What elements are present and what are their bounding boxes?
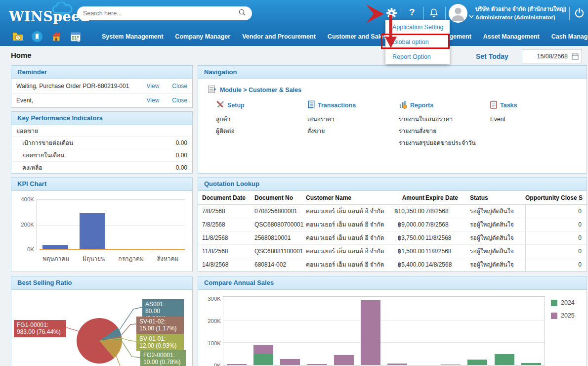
y-tick: 400K bbox=[13, 196, 34, 202]
bar-2024[interactable] bbox=[521, 363, 541, 365]
user-company-block[interactable]: บริษัท ตัวอย่าง จำกัด (สำนักงานใหญ่) Adm… bbox=[475, 5, 566, 22]
reports-icon bbox=[399, 100, 407, 110]
nav-item[interactable]: รายงานสรุปยอดขายประจำวัน bbox=[399, 137, 490, 149]
transactions-label: Transactions bbox=[318, 102, 356, 109]
reports-label: Reports bbox=[410, 102, 433, 109]
column-header: Status bbox=[470, 191, 525, 204]
bar-2025[interactable] bbox=[387, 364, 407, 365]
table-cell: รอผู้ใหญ่ตัดสินใจ bbox=[470, 218, 525, 231]
module-breadcrumb[interactable]: Module > Customer & Sales bbox=[198, 79, 587, 96]
nav-item[interactable]: ผู้ติดต่อ bbox=[216, 125, 307, 137]
menu-item-cash-management[interactable]: Cash Management bbox=[546, 33, 588, 40]
avatar[interactable] bbox=[449, 4, 467, 23]
table-row[interactable]: 11/8/256825680810001คอนเวเยอร์ เอ็ม แอนด… bbox=[198, 231, 587, 245]
bar-2024[interactable] bbox=[467, 360, 487, 365]
kpi-chart-plot bbox=[36, 199, 185, 250]
nav-col-reports: Reports รายงานใบเสนอราคารายงานสั่งขายราย… bbox=[399, 100, 490, 149]
view-link[interactable]: View bbox=[147, 97, 160, 104]
menu-item-asset-management[interactable]: Asset Management bbox=[477, 33, 546, 40]
legend-item: 2025 bbox=[551, 312, 575, 319]
reports-header[interactable]: Reports bbox=[399, 100, 490, 110]
table-cell: 11/8/2568 bbox=[202, 231, 254, 244]
table-row[interactable]: 14/8/2568680814-002คอนเวเยอร์ เอ็ม แอนด์… bbox=[198, 258, 587, 272]
tasks-icon bbox=[490, 100, 497, 110]
table-cell: คอนเวเยอร์ เอ็ม แอนด์ อี จำกัด bbox=[306, 231, 391, 244]
bookmark-icon[interactable] bbox=[31, 31, 43, 43]
gear-icon[interactable] bbox=[386, 7, 397, 21]
transactions-header[interactable]: Transactions bbox=[307, 100, 399, 110]
menu-item-system-management[interactable]: System Management bbox=[96, 33, 169, 40]
reminder-panel: Reminder Waiting, Purchase Order POR-680… bbox=[11, 65, 193, 108]
nav-item[interactable]: สั่งขาย bbox=[307, 125, 399, 137]
legend-label: 2025 bbox=[561, 312, 575, 319]
chevron-down-icon[interactable] bbox=[469, 11, 474, 20]
bell-icon[interactable] bbox=[428, 7, 439, 21]
date-calendar-icon[interactable] bbox=[572, 53, 579, 62]
close-link[interactable]: Close bbox=[172, 83, 187, 90]
menu-item-company-manager[interactable]: Company Manager bbox=[169, 33, 236, 40]
dropdown-item-application-setting[interactable]: Application Setting bbox=[385, 20, 450, 35]
power-icon[interactable] bbox=[574, 7, 585, 21]
nav-item[interactable]: ลูกค้า bbox=[216, 113, 307, 125]
kpi-bar[interactable] bbox=[80, 213, 105, 250]
y-tick: 0K bbox=[201, 363, 221, 366]
search-bar[interactable] bbox=[77, 6, 252, 20]
bar-2024[interactable] bbox=[495, 354, 514, 365]
pie-label: SV-01-01: 12.00 (0.93%) bbox=[136, 334, 184, 351]
search-icon[interactable] bbox=[238, 8, 246, 18]
table-row[interactable]: 7/8/2568QSC68080700001คอนเวเยอร์ เอ็ม แอ… bbox=[198, 218, 587, 231]
bar-2025[interactable] bbox=[307, 364, 327, 365]
setup-label: Setup bbox=[227, 102, 245, 109]
table-row[interactable]: 7/8/25680708256800001คอนเวเยอร์ เอ็ม แอน… bbox=[198, 205, 587, 218]
bar-2025[interactable] bbox=[227, 364, 247, 365]
home-icon[interactable] bbox=[50, 31, 62, 43]
table-cell: ฿1,500.00 bbox=[391, 245, 425, 258]
page-title: Home bbox=[11, 51, 32, 59]
kpi-chart-xlabels: พฤษภาคมมิถุนายนกรกฎาคมสิงหาคม bbox=[36, 254, 185, 263]
bar-2025[interactable] bbox=[253, 345, 273, 353]
menu-item-customer-and-sales[interactable]: Customer and Sales bbox=[322, 33, 393, 40]
nav-item[interactable]: รายงานสั่งขาย bbox=[399, 125, 490, 137]
app-logo[interactable]: WINSpeed bbox=[9, 5, 76, 26]
navigation-panel: Navigation Module > Customer & Sales Set… bbox=[198, 65, 587, 174]
table-cell: 0708256800001 bbox=[254, 205, 306, 218]
close-link[interactable]: Close bbox=[172, 97, 187, 104]
y-tick: 200K bbox=[201, 318, 221, 324]
table-row[interactable]: 11/8/2568QSC68081100001คอนเวเยอร์ เอ็ม แ… bbox=[198, 245, 587, 258]
date-field[interactable] bbox=[522, 49, 582, 63]
pie-chart[interactable] bbox=[77, 318, 122, 364]
table-cell: 11/8/2568 bbox=[425, 231, 470, 244]
table-cell: รอผู้ใหญ่ตัดสินใจ bbox=[470, 258, 525, 271]
kpi-bar-slot bbox=[117, 200, 142, 250]
nav-item[interactable]: รายงานใบเสนอราคา bbox=[399, 113, 490, 125]
calendar-icon[interactable] bbox=[70, 31, 82, 43]
compare-sales-title: Compare Annual Sales bbox=[198, 276, 587, 290]
module-icon bbox=[208, 86, 216, 94]
transactions-icon bbox=[307, 100, 315, 110]
table-cell: 0 bbox=[525, 245, 583, 258]
nav-item[interactable]: เสนอราคา bbox=[307, 113, 399, 125]
bar-2025[interactable] bbox=[361, 300, 380, 365]
bar-2024[interactable] bbox=[253, 354, 273, 365]
bar-group bbox=[495, 297, 514, 365]
table-cell: 11/8/2568 bbox=[202, 245, 254, 258]
header-divider bbox=[423, 7, 424, 20]
nav-item[interactable]: Event bbox=[490, 113, 582, 125]
best-selling-panel: Best Selling Ratio FG1-00001: 983.00 (76… bbox=[11, 276, 193, 366]
help-icon[interactable]: ? bbox=[409, 6, 415, 18]
table-cell: 680814-002 bbox=[254, 258, 306, 271]
setup-header[interactable]: Setup bbox=[216, 100, 307, 110]
set-today-label[interactable]: Set Today bbox=[476, 52, 508, 60]
search-input[interactable] bbox=[83, 10, 238, 17]
compare-sales-panel: Compare Annual Sales 300K200K100K0K 2024… bbox=[198, 276, 587, 366]
dropdown-item-report-option[interactable]: Report Option bbox=[385, 49, 450, 64]
view-link[interactable]: View bbox=[147, 83, 160, 90]
dropdown-item-global-option[interactable]: Global option bbox=[385, 35, 450, 49]
column-header: Document Date bbox=[202, 191, 254, 204]
tasks-header[interactable]: Tasks bbox=[490, 100, 582, 110]
bar-2025[interactable] bbox=[334, 355, 354, 365]
menu-item-vendor-and-procurement[interactable]: Vendor and Procurement bbox=[236, 33, 322, 40]
bar-2024[interactable] bbox=[441, 365, 461, 365]
bar-2025[interactable] bbox=[280, 359, 300, 365]
recent-folder-icon[interactable] bbox=[12, 31, 24, 43]
